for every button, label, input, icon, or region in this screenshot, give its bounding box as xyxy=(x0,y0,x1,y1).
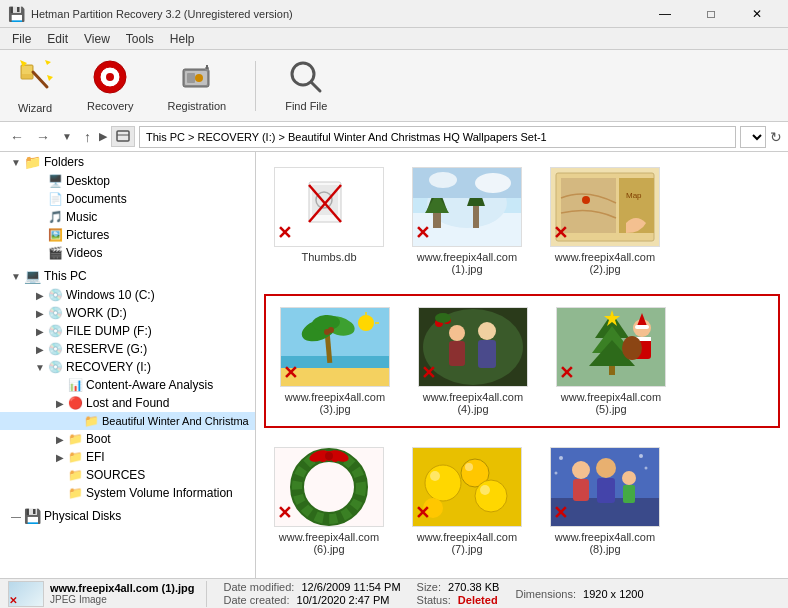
findfile-button[interactable]: Find File xyxy=(276,54,336,117)
efi-toggle[interactable]: ▶ xyxy=(52,452,68,463)
tree-thispc-header[interactable]: ▼ 💻 This PC xyxy=(0,266,255,286)
freepix6-deleted-icon: ✕ xyxy=(277,502,292,524)
recovery-i-toggle[interactable]: ▼ xyxy=(32,362,48,373)
tree-sysvolinfo[interactable]: 📁 System Volume Information xyxy=(0,484,255,502)
file-item-freepix4[interactable]: ✕ www.freepix4all.com (4).jpg xyxy=(408,300,538,422)
lost-found-icon: 🔴 xyxy=(68,396,83,410)
physicaldisks-icon: 💾 xyxy=(24,508,41,524)
file-item-freepix1[interactable]: ✕ www.freepix4all.com (1).jpg xyxy=(402,160,532,282)
menu-help[interactable]: Help xyxy=(162,30,203,47)
tree-filedump-f[interactable]: ▶ 💿 FILE DUMP (F:) xyxy=(0,322,255,340)
file-item-freepix8[interactable]: ✕ www.freepix4all.com (8).jpg xyxy=(540,440,670,562)
status-label: Status: xyxy=(417,594,451,606)
tree-desktop[interactable]: 🖥️ Desktop xyxy=(0,172,255,190)
file-thumb-freepix2: Map ✕ xyxy=(550,167,660,247)
wizard-label: Wizard xyxy=(18,102,52,114)
tree-pictures[interactable]: 🖼️ Pictures xyxy=(0,226,255,244)
beautiful-winter-icon: 📁 xyxy=(84,414,99,428)
thispc-label: This PC xyxy=(44,269,87,283)
work-d-toggle[interactable]: ▶ xyxy=(32,308,48,319)
filedump-f-toggle[interactable]: ▶ xyxy=(32,326,48,337)
boot-toggle[interactable]: ▶ xyxy=(52,434,68,445)
tree-windows-c[interactable]: ▶ 💿 Windows 10 (C:) xyxy=(0,286,255,304)
status-size: Size: 270.38 KB Status: Deleted xyxy=(417,581,500,606)
status-created: Date created: 10/1/2020 2:47 PM xyxy=(223,594,400,606)
svg-point-33 xyxy=(475,173,511,193)
recovery-button[interactable]: Recovery xyxy=(78,54,142,117)
wizard-button[interactable]: Wizard xyxy=(8,52,62,119)
pictures-icon: 🖼️ xyxy=(48,228,63,242)
title-bar: 💾 Hetman Partition Recovery 3.2 (Unregis… xyxy=(0,0,788,28)
beautiful-winter-label: Beautiful Winter And Christma xyxy=(102,415,249,427)
file-item-freepix2[interactable]: Map ✕ www.freepix4all.com (2).jpg xyxy=(540,160,670,282)
tree-physicaldisks-header[interactable]: — 💾 Physical Disks xyxy=(0,506,255,526)
recent-button[interactable]: ▼ xyxy=(58,129,76,144)
desktop-icon: 🖥️ xyxy=(48,174,63,188)
thispc-toggle[interactable]: ▼ xyxy=(8,271,24,282)
menu-bar: File Edit View Tools Help xyxy=(0,28,788,50)
svg-point-94 xyxy=(572,461,590,479)
forward-button[interactable]: → xyxy=(32,127,54,147)
svg-point-90 xyxy=(465,463,473,471)
tree-sources[interactable]: 📁 SOURCES xyxy=(0,466,255,484)
reserve-g-toggle[interactable]: ▶ xyxy=(32,344,48,355)
freepix8-name: www.freepix4all.com (8).jpg xyxy=(547,531,663,555)
windows-c-label: Windows 10 (C:) xyxy=(66,288,155,302)
refresh-button[interactable]: ↻ xyxy=(770,129,782,145)
menu-tools[interactable]: Tools xyxy=(118,30,162,47)
menu-file[interactable]: File xyxy=(4,30,39,47)
freepix6-name: www.freepix4all.com (6).jpg xyxy=(271,531,387,555)
work-d-label: WORK (D:) xyxy=(66,306,127,320)
tree-recovery-i[interactable]: ▼ 💿 RECOVERY (I:) xyxy=(0,358,255,376)
back-button[interactable]: ← xyxy=(6,127,28,147)
content-aware-icon: 📊 xyxy=(68,378,83,392)
boot-icon: 📁 xyxy=(68,432,83,446)
physicaldisks-toggle[interactable]: — xyxy=(8,511,24,522)
date-modified-label: Date modified: xyxy=(223,581,294,593)
menu-view[interactable]: View xyxy=(76,30,118,47)
tree-folders-header[interactable]: ▼ 📁 Folders xyxy=(0,152,255,172)
menu-edit[interactable]: Edit xyxy=(39,30,76,47)
svg-line-16 xyxy=(311,82,320,91)
tree-boot[interactable]: ▶ 📁 Boot xyxy=(0,430,255,448)
freepix5-deleted-icon: ✕ xyxy=(559,362,574,384)
file-item-thumbsdb[interactable]: ✕ Thumbs.db xyxy=(264,160,394,282)
lost-found-toggle[interactable]: ▶ xyxy=(52,398,68,409)
tree-content-aware[interactable]: 📊 Content-Aware Analysis xyxy=(0,376,255,394)
svg-rect-11 xyxy=(187,73,195,83)
freepix7-deleted-icon: ✕ xyxy=(415,502,430,524)
minimize-button[interactable]: — xyxy=(642,0,688,28)
tree-work-d[interactable]: ▶ 💿 WORK (D:) xyxy=(0,304,255,322)
maximize-button[interactable]: □ xyxy=(688,0,734,28)
tree-beautiful-winter[interactable]: 📁 Beautiful Winter And Christma xyxy=(0,412,255,430)
svg-rect-95 xyxy=(573,479,589,501)
status-modified: Date modified: 12/6/2009 11:54 PM xyxy=(223,581,400,593)
file-item-freepix7[interactable]: ✕ www.freepix4all.com (7).jpg xyxy=(402,440,532,562)
folders-toggle[interactable]: ▼ xyxy=(8,157,24,168)
svg-rect-1 xyxy=(22,66,32,74)
freepix3-deleted-icon: ✕ xyxy=(283,362,298,384)
svg-rect-17 xyxy=(117,131,129,141)
address-input[interactable] xyxy=(139,126,736,148)
file-item-freepix5[interactable]: ✕ www.freepix4all.com (5).jpg xyxy=(546,300,676,422)
file-item-freepix6[interactable]: ✕ www.freepix4all.com (6).jpg xyxy=(264,440,394,562)
tree-view: ▼ 📁 Folders 🖥️ Desktop 📄 Documents 🎵 Mus… xyxy=(0,152,255,578)
svg-point-91 xyxy=(480,485,490,495)
tree-lost-found[interactable]: ▶ 🔴 Lost and Found xyxy=(0,394,255,412)
app-title: Hetman Partition Recovery 3.2 (Unregiste… xyxy=(31,8,293,20)
svg-point-101 xyxy=(639,454,643,458)
file-item-freepix3[interactable]: ✕ www.freepix4all.com (3).jpg xyxy=(270,300,400,422)
tree-documents[interactable]: 📄 Documents xyxy=(0,190,255,208)
close-button[interactable]: ✕ xyxy=(734,0,780,28)
tree-videos[interactable]: 🎬 Videos xyxy=(0,244,255,262)
file-thumb-freepix7: ✕ xyxy=(412,447,522,527)
address-dropdown[interactable] xyxy=(740,126,766,148)
tree-efi[interactable]: ▶ 📁 EFI xyxy=(0,448,255,466)
up-button[interactable]: ↑ xyxy=(80,127,95,147)
registration-button[interactable]: Registration xyxy=(158,54,235,117)
tree-music[interactable]: 🎵 Music xyxy=(0,208,255,226)
windows-c-toggle[interactable]: ▶ xyxy=(32,290,48,301)
date-created-value: 10/1/2020 2:47 PM xyxy=(297,594,390,606)
date-created-label: Date created: xyxy=(223,594,289,606)
tree-reserve-g[interactable]: ▶ 💿 RESERVE (G:) xyxy=(0,340,255,358)
